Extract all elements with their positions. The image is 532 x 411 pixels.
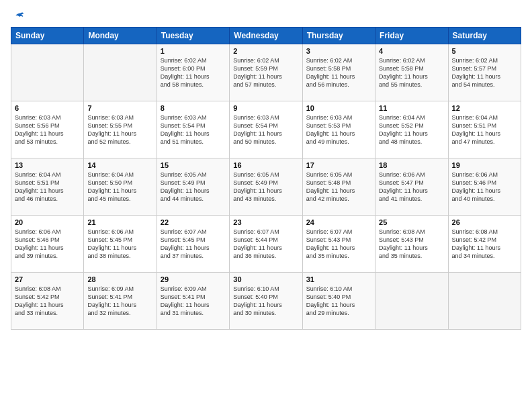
calendar-cell: 9Sunrise: 6:03 AM Sunset: 5:54 PM Daylig… xyxy=(230,101,302,158)
day-number: 10 xyxy=(306,104,371,112)
weekday-header-friday: Friday xyxy=(375,28,448,44)
day-info: Sunrise: 6:04 AM Sunset: 5:51 PM Dayligh… xyxy=(452,113,517,146)
calendar-week-1: 6Sunrise: 6:03 AM Sunset: 5:56 PM Daylig… xyxy=(11,101,521,158)
calendar-week-2: 13Sunrise: 6:04 AM Sunset: 5:51 PM Dayli… xyxy=(11,158,521,216)
calendar-cell: 27Sunrise: 6:08 AM Sunset: 5:42 PM Dayli… xyxy=(11,273,84,330)
day-info: Sunrise: 6:02 AM Sunset: 5:57 PM Dayligh… xyxy=(452,56,517,89)
day-info: Sunrise: 6:03 AM Sunset: 5:55 PM Dayligh… xyxy=(87,113,152,146)
page: SundayMondayTuesdayWednesdayThursdayFrid… xyxy=(0,0,532,411)
day-info: Sunrise: 6:02 AM Sunset: 6:00 PM Dayligh… xyxy=(161,56,226,89)
calendar-cell: 10Sunrise: 6:03 AM Sunset: 5:53 PM Dayli… xyxy=(302,101,375,158)
calendar-cell xyxy=(11,44,84,101)
logo-bird-icon xyxy=(12,11,24,23)
day-info: Sunrise: 6:07 AM Sunset: 5:44 PM Dayligh… xyxy=(233,228,298,261)
day-number: 16 xyxy=(233,161,298,169)
day-info: Sunrise: 6:10 AM Sunset: 5:40 PM Dayligh… xyxy=(233,285,298,318)
day-number: 30 xyxy=(233,275,298,283)
calendar-cell: 24Sunrise: 6:07 AM Sunset: 5:43 PM Dayli… xyxy=(302,216,375,273)
weekday-header-wednesday: Wednesday xyxy=(230,28,302,44)
calendar-cell: 1Sunrise: 6:02 AM Sunset: 6:00 PM Daylig… xyxy=(157,44,229,101)
day-info: Sunrise: 6:05 AM Sunset: 5:49 PM Dayligh… xyxy=(233,171,298,203)
calendar-cell: 30Sunrise: 6:10 AM Sunset: 5:40 PM Dayli… xyxy=(230,273,302,330)
calendar-cell: 22Sunrise: 6:07 AM Sunset: 5:45 PM Dayli… xyxy=(157,216,229,273)
day-info: Sunrise: 6:05 AM Sunset: 5:48 PM Dayligh… xyxy=(306,171,371,203)
weekday-header-monday: Monday xyxy=(84,28,157,44)
weekday-header-sunday: Sunday xyxy=(11,28,84,44)
day-info: Sunrise: 6:03 AM Sunset: 5:53 PM Dayligh… xyxy=(306,113,371,146)
calendar-cell: 28Sunrise: 6:09 AM Sunset: 5:41 PM Dayli… xyxy=(84,273,157,330)
calendar-cell: 31Sunrise: 6:10 AM Sunset: 5:40 PM Dayli… xyxy=(302,273,375,330)
day-number: 23 xyxy=(233,218,298,226)
header xyxy=(11,11,521,20)
day-number: 12 xyxy=(452,104,517,112)
calendar-cell: 19Sunrise: 6:06 AM Sunset: 5:46 PM Dayli… xyxy=(448,158,521,216)
day-info: Sunrise: 6:06 AM Sunset: 5:46 PM Dayligh… xyxy=(15,228,80,261)
day-number: 15 xyxy=(161,161,226,169)
day-info: Sunrise: 6:02 AM Sunset: 5:58 PM Dayligh… xyxy=(379,56,444,89)
day-info: Sunrise: 6:10 AM Sunset: 5:40 PM Dayligh… xyxy=(306,285,371,318)
day-number: 14 xyxy=(87,161,152,169)
calendar-cell: 29Sunrise: 6:09 AM Sunset: 5:41 PM Dayli… xyxy=(157,273,229,330)
day-number: 1 xyxy=(161,47,226,55)
calendar-cell: 23Sunrise: 6:07 AM Sunset: 5:44 PM Dayli… xyxy=(230,216,302,273)
calendar-week-0: 1Sunrise: 6:02 AM Sunset: 6:00 PM Daylig… xyxy=(11,44,521,101)
calendar-cell: 14Sunrise: 6:04 AM Sunset: 5:50 PM Dayli… xyxy=(84,158,157,216)
day-info: Sunrise: 6:04 AM Sunset: 5:50 PM Dayligh… xyxy=(87,171,152,203)
day-info: Sunrise: 6:03 AM Sunset: 5:54 PM Dayligh… xyxy=(233,113,298,146)
day-info: Sunrise: 6:06 AM Sunset: 5:47 PM Dayligh… xyxy=(379,171,444,203)
day-info: Sunrise: 6:06 AM Sunset: 5:46 PM Dayligh… xyxy=(452,171,517,203)
calendar-cell: 12Sunrise: 6:04 AM Sunset: 5:51 PM Dayli… xyxy=(448,101,521,158)
day-number: 28 xyxy=(87,275,152,283)
day-number: 17 xyxy=(306,161,371,169)
calendar-cell xyxy=(375,273,448,330)
day-info: Sunrise: 6:02 AM Sunset: 5:58 PM Dayligh… xyxy=(306,56,371,89)
day-info: Sunrise: 6:04 AM Sunset: 5:52 PM Dayligh… xyxy=(379,113,444,146)
calendar-cell xyxy=(84,44,157,101)
day-number: 27 xyxy=(15,275,80,283)
day-number: 4 xyxy=(379,47,444,55)
calendar-cell: 8Sunrise: 6:03 AM Sunset: 5:54 PM Daylig… xyxy=(157,101,229,158)
day-info: Sunrise: 6:04 AM Sunset: 5:51 PM Dayligh… xyxy=(15,171,80,203)
calendar-week-3: 20Sunrise: 6:06 AM Sunset: 5:46 PM Dayli… xyxy=(11,216,521,273)
day-number: 20 xyxy=(15,218,80,226)
calendar-body: 1Sunrise: 6:02 AM Sunset: 6:00 PM Daylig… xyxy=(11,44,521,330)
day-info: Sunrise: 6:03 AM Sunset: 5:54 PM Dayligh… xyxy=(161,113,226,146)
calendar-cell: 18Sunrise: 6:06 AM Sunset: 5:47 PM Dayli… xyxy=(375,158,448,216)
day-number: 22 xyxy=(161,218,226,226)
calendar-cell: 5Sunrise: 6:02 AM Sunset: 5:57 PM Daylig… xyxy=(448,44,521,101)
calendar-cell: 11Sunrise: 6:04 AM Sunset: 5:52 PM Dayli… xyxy=(375,101,448,158)
day-number: 11 xyxy=(379,104,444,112)
logo xyxy=(11,11,24,20)
calendar-cell: 16Sunrise: 6:05 AM Sunset: 5:49 PM Dayli… xyxy=(230,158,302,216)
day-info: Sunrise: 6:06 AM Sunset: 5:45 PM Dayligh… xyxy=(87,228,152,261)
calendar-cell xyxy=(448,273,521,330)
day-number: 6 xyxy=(15,104,80,112)
day-info: Sunrise: 6:08 AM Sunset: 5:42 PM Dayligh… xyxy=(15,285,80,318)
day-number: 13 xyxy=(15,161,80,169)
calendar-cell: 25Sunrise: 6:08 AM Sunset: 5:43 PM Dayli… xyxy=(375,216,448,273)
day-number: 8 xyxy=(161,104,226,112)
calendar-cell: 4Sunrise: 6:02 AM Sunset: 5:58 PM Daylig… xyxy=(375,44,448,101)
weekday-header-row: SundayMondayTuesdayWednesdayThursdayFrid… xyxy=(11,28,521,44)
day-info: Sunrise: 6:07 AM Sunset: 5:45 PM Dayligh… xyxy=(161,228,226,261)
day-number: 3 xyxy=(306,47,371,55)
weekday-header-saturday: Saturday xyxy=(448,28,521,44)
calendar-cell: 6Sunrise: 6:03 AM Sunset: 5:56 PM Daylig… xyxy=(11,101,84,158)
day-number: 25 xyxy=(379,218,444,226)
weekday-header-tuesday: Tuesday xyxy=(157,28,229,44)
calendar-cell: 13Sunrise: 6:04 AM Sunset: 5:51 PM Dayli… xyxy=(11,158,84,216)
day-number: 21 xyxy=(87,218,152,226)
calendar-cell: 7Sunrise: 6:03 AM Sunset: 5:55 PM Daylig… xyxy=(84,101,157,158)
day-info: Sunrise: 6:09 AM Sunset: 5:41 PM Dayligh… xyxy=(87,285,152,318)
calendar-table: SundayMondayTuesdayWednesdayThursdayFrid… xyxy=(11,27,521,330)
day-number: 29 xyxy=(161,275,226,283)
day-number: 18 xyxy=(379,161,444,169)
day-info: Sunrise: 6:07 AM Sunset: 5:43 PM Dayligh… xyxy=(306,228,371,261)
calendar-cell: 17Sunrise: 6:05 AM Sunset: 5:48 PM Dayli… xyxy=(302,158,375,216)
day-number: 26 xyxy=(452,218,517,226)
calendar-cell: 21Sunrise: 6:06 AM Sunset: 5:45 PM Dayli… xyxy=(84,216,157,273)
day-number: 5 xyxy=(452,47,517,55)
calendar-cell: 26Sunrise: 6:08 AM Sunset: 5:42 PM Dayli… xyxy=(448,216,521,273)
day-number: 2 xyxy=(233,47,298,55)
day-info: Sunrise: 6:05 AM Sunset: 5:49 PM Dayligh… xyxy=(161,171,226,203)
